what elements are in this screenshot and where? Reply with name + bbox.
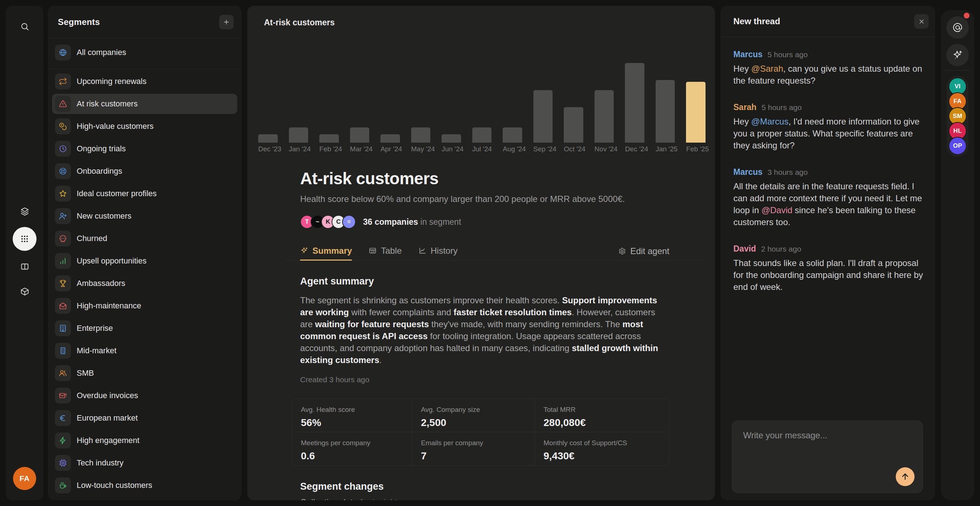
agent-summary-text: The segment is shrinking as customers im… — [300, 294, 669, 366]
sidebar-item-high-maintenance[interactable]: High-maintenance — [52, 296, 237, 316]
message-input[interactable] — [732, 421, 923, 493]
zap-icon — [55, 433, 71, 449]
sidebar-item-high-value-customers[interactable]: High-value customers — [52, 116, 237, 136]
apps-grid-button-active[interactable] — [13, 227, 37, 251]
close-thread-button[interactable] — [914, 14, 929, 29]
companies-count-suffix: in segment — [418, 217, 461, 227]
chart-slot: Jul '24 — [472, 39, 492, 156]
sidebar-item-all-companies[interactable]: All companies — [52, 42, 237, 62]
stat-cell: Avg. Health score56% — [292, 399, 412, 432]
stat-value: 0.6 — [301, 450, 412, 462]
chart-bar[interactable] — [533, 90, 553, 143]
users-icon — [55, 365, 71, 381]
chart-x-label: May '24 — [411, 143, 431, 156]
sidebar-item-tech-industry[interactable]: Tech industry — [52, 453, 237, 473]
sidebar-item-upsell-opportunities[interactable]: Upsell opportunities — [52, 251, 237, 271]
layers-button[interactable] — [15, 202, 34, 221]
message-body: That sounds like a solid plan. I'll draf… — [733, 257, 924, 293]
box-button[interactable] — [15, 282, 34, 301]
bar-chart-icon — [55, 253, 71, 269]
chart-x-label: Feb '24 — [319, 143, 339, 156]
stat-cell: Monthly cost of Support/CS9,430€ — [535, 432, 669, 466]
tab-summary[interactable]: Summary — [300, 242, 352, 260]
coins-icon — [55, 118, 71, 134]
message-text: Hey — [733, 64, 751, 73]
sidebar-item-ongoing-trials[interactable]: Ongoing trials — [52, 139, 237, 159]
chart-bar[interactable] — [472, 128, 492, 143]
chart-bar[interactable] — [625, 63, 644, 143]
chat-message: Marcus5 hours agoHey @Sarah, can you giv… — [733, 49, 924, 86]
sidebar-item-label: High engagement — [77, 436, 140, 445]
skull-icon — [55, 231, 71, 246]
tab-label: History — [431, 246, 458, 256]
chart-bar[interactable] — [564, 107, 583, 143]
companies-count-number: 36 companies — [363, 217, 418, 227]
chart-bar[interactable] — [350, 128, 369, 143]
stat-cell: Meetings per company0.6 — [292, 432, 412, 466]
chart-bar[interactable] — [289, 128, 309, 143]
window-title: At-risk customers — [264, 18, 335, 27]
rail-divider — [945, 70, 970, 70]
chart-x-label: Nov '24 — [595, 143, 614, 156]
chart-bar[interactable] — [258, 134, 278, 143]
coffee-icon — [55, 477, 71, 493]
chart-x-label: Jul '24 — [472, 143, 492, 156]
mention-link[interactable]: @Marcus — [751, 117, 788, 126]
mention-link[interactable]: @Sarah — [751, 64, 783, 73]
mentions-button[interactable] — [947, 16, 969, 39]
sidebar-item-european-market[interactable]: European market — [52, 408, 237, 428]
tab-table[interactable]: Table — [369, 242, 401, 260]
chart-bar[interactable] — [319, 134, 339, 143]
gear-icon — [618, 247, 626, 255]
thread-header: New thread — [721, 6, 935, 37]
user-avatar[interactable]: FA — [13, 467, 36, 490]
tab-history[interactable]: History — [418, 242, 458, 260]
add-segment-button[interactable] — [219, 15, 234, 29]
sparkles-icon — [952, 49, 963, 61]
sidebar-item-churned[interactable]: Churned — [52, 228, 237, 249]
columns-button[interactable] — [15, 257, 34, 276]
ai-sparkles-button[interactable] — [947, 44, 969, 66]
sidebar-item-upcoming-renewals[interactable]: Upcoming renewals — [52, 71, 237, 92]
sidebar-item-label: New customers — [77, 211, 132, 221]
sidebar-item-enterprise[interactable]: Enterprise — [52, 318, 237, 338]
chart-bar[interactable] — [380, 134, 400, 143]
sidebar-item-high-engagement[interactable]: High engagement — [52, 430, 237, 451]
sidebar-item-at-risk-customers[interactable]: At risk customers — [52, 94, 237, 114]
thread-messages: Marcus5 hours agoHey @Sarah, can you giv… — [721, 37, 935, 293]
star-icon — [55, 186, 71, 202]
chart-bar[interactable] — [655, 80, 675, 143]
summary-highlight: faster ticket resolution times — [453, 307, 572, 317]
send-button[interactable] — [896, 467, 915, 486]
collecting-data-text: Collecting data — [300, 497, 358, 500]
rail-nav-group — [13, 202, 37, 301]
sidebar-item-ideal-customer-profiles[interactable]: Ideal customer profiles — [52, 184, 237, 204]
chart-bar[interactable] — [503, 128, 522, 143]
sidebar-item-overdue-invoices[interactable]: Overdue invoices — [52, 385, 237, 406]
sidebar-item-ambassadors[interactable]: Ambassadors — [52, 273, 237, 294]
page-title: At-risk customers — [300, 169, 669, 188]
sidebar-item-smb[interactable]: SMB — [52, 363, 237, 383]
sidebar-item-low-touch-customers[interactable]: Low-touch customers — [52, 475, 237, 495]
sidebar-item-onboardings[interactable]: Onboardings — [52, 161, 237, 181]
message-text: Hey — [733, 117, 751, 126]
edit-agent-button[interactable]: Edit agent — [618, 246, 669, 256]
chart-bar[interactable] — [442, 134, 461, 143]
mention-link[interactable]: @David — [761, 205, 792, 215]
sidebar-item-label: Upcoming renewals — [77, 77, 146, 86]
chart-slot: Mar '24 — [350, 39, 369, 156]
sidebar-item-mid-market[interactable]: Mid-market — [52, 341, 237, 361]
stat-value: 280,080€ — [544, 417, 669, 429]
chart-bar[interactable] — [595, 90, 614, 143]
stat-label: Meetings per company — [301, 439, 412, 447]
globe-icon — [55, 45, 71, 61]
sidebar-item-label: Low-touch customers — [77, 480, 152, 490]
search-button[interactable] — [15, 17, 34, 36]
chart-bar[interactable] — [686, 82, 706, 143]
teammate-avatar-op[interactable]: OP — [948, 137, 967, 155]
stats-grid: Avg. Health score56%Avg. Company size2,5… — [292, 399, 669, 466]
close-icon — [918, 18, 925, 25]
chart-x-label: Apr '24 — [380, 143, 400, 156]
sidebar-item-new-customers[interactable]: New customers — [52, 206, 237, 226]
chart-bar[interactable] — [411, 128, 431, 143]
